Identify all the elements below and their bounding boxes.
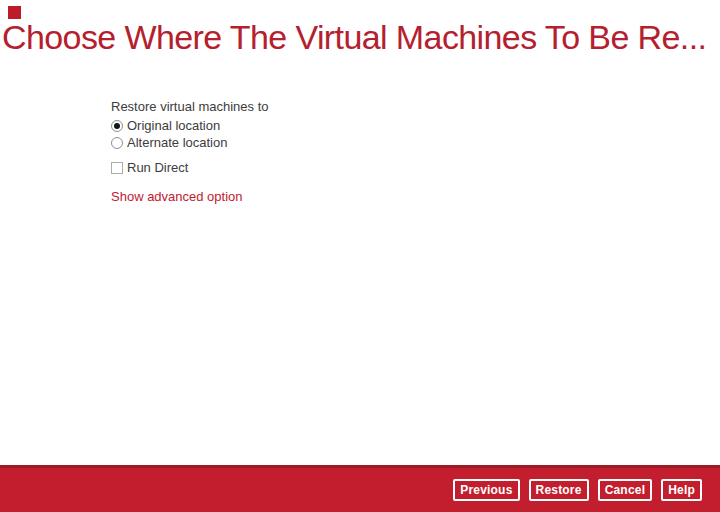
radio-alternate-location[interactable]: Alternate location — [111, 135, 531, 150]
checkbox-unchecked-icon[interactable] — [111, 162, 123, 174]
page-title: Choose Where The Virtual Machines To Be … — [2, 17, 720, 57]
show-advanced-option-link[interactable]: Show advanced option — [111, 189, 243, 204]
previous-button[interactable]: Previous — [453, 479, 519, 501]
footer-bar: Previous Restore Cancel Help — [0, 465, 720, 512]
radio-alternate-location-label: Alternate location — [127, 135, 227, 150]
run-direct-label: Run Direct — [127, 160, 188, 175]
radio-original-location[interactable]: Original location — [111, 118, 531, 133]
radio-original-location-label: Original location — [127, 118, 220, 133]
restore-button[interactable]: Restore — [529, 479, 589, 501]
run-direct-checkbox-row[interactable]: Run Direct — [111, 160, 531, 175]
restore-destination-form: Restore virtual machines to Original loc… — [111, 100, 531, 205]
cancel-button[interactable]: Cancel — [598, 479, 653, 501]
help-button[interactable]: Help — [661, 479, 702, 501]
radio-selected-icon[interactable] — [111, 120, 123, 132]
radio-unselected-icon[interactable] — [111, 137, 123, 149]
restore-destination-label: Restore virtual machines to — [111, 100, 531, 113]
